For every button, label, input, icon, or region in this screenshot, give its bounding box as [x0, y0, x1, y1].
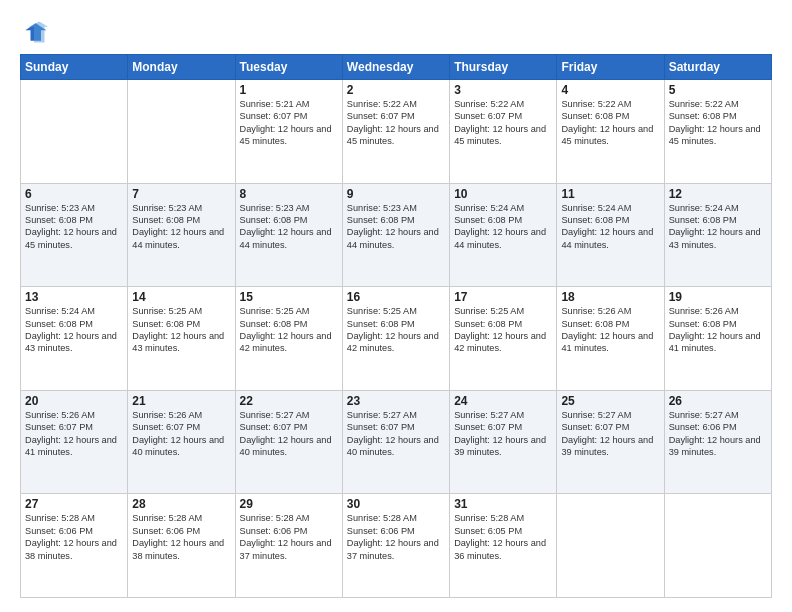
calendar-cell: 26Sunrise: 5:27 AM Sunset: 6:06 PM Dayli… — [664, 390, 771, 494]
day-number: 23 — [347, 394, 445, 408]
day-info: Sunrise: 5:22 AM Sunset: 6:08 PM Dayligh… — [669, 98, 767, 148]
calendar-cell: 9Sunrise: 5:23 AM Sunset: 6:08 PM Daylig… — [342, 183, 449, 287]
calendar-cell — [21, 80, 128, 184]
day-number: 28 — [132, 497, 230, 511]
day-number: 5 — [669, 83, 767, 97]
day-number: 3 — [454, 83, 552, 97]
day-info: Sunrise: 5:23 AM Sunset: 6:08 PM Dayligh… — [132, 202, 230, 252]
day-info: Sunrise: 5:27 AM Sunset: 6:07 PM Dayligh… — [240, 409, 338, 459]
day-info: Sunrise: 5:24 AM Sunset: 6:08 PM Dayligh… — [25, 305, 123, 355]
day-info: Sunrise: 5:28 AM Sunset: 6:06 PM Dayligh… — [347, 512, 445, 562]
calendar-cell: 11Sunrise: 5:24 AM Sunset: 6:08 PM Dayli… — [557, 183, 664, 287]
calendar-cell: 13Sunrise: 5:24 AM Sunset: 6:08 PM Dayli… — [21, 287, 128, 391]
day-info: Sunrise: 5:26 AM Sunset: 6:07 PM Dayligh… — [132, 409, 230, 459]
col-header-friday: Friday — [557, 55, 664, 80]
day-info: Sunrise: 5:24 AM Sunset: 6:08 PM Dayligh… — [669, 202, 767, 252]
day-info: Sunrise: 5:27 AM Sunset: 6:06 PM Dayligh… — [669, 409, 767, 459]
calendar-cell — [557, 494, 664, 598]
col-header-tuesday: Tuesday — [235, 55, 342, 80]
day-number: 4 — [561, 83, 659, 97]
day-info: Sunrise: 5:27 AM Sunset: 6:07 PM Dayligh… — [454, 409, 552, 459]
calendar-cell: 31Sunrise: 5:28 AM Sunset: 6:05 PM Dayli… — [450, 494, 557, 598]
calendar-cell: 20Sunrise: 5:26 AM Sunset: 6:07 PM Dayli… — [21, 390, 128, 494]
day-info: Sunrise: 5:26 AM Sunset: 6:08 PM Dayligh… — [669, 305, 767, 355]
calendar-table: SundayMondayTuesdayWednesdayThursdayFrid… — [20, 54, 772, 598]
day-info: Sunrise: 5:25 AM Sunset: 6:08 PM Dayligh… — [454, 305, 552, 355]
day-number: 21 — [132, 394, 230, 408]
logo-icon — [20, 18, 48, 46]
col-header-saturday: Saturday — [664, 55, 771, 80]
calendar-cell: 12Sunrise: 5:24 AM Sunset: 6:08 PM Dayli… — [664, 183, 771, 287]
day-info: Sunrise: 5:23 AM Sunset: 6:08 PM Dayligh… — [25, 202, 123, 252]
col-header-wednesday: Wednesday — [342, 55, 449, 80]
day-number: 9 — [347, 187, 445, 201]
col-header-monday: Monday — [128, 55, 235, 80]
calendar-cell — [664, 494, 771, 598]
calendar-week-row: 27Sunrise: 5:28 AM Sunset: 6:06 PM Dayli… — [21, 494, 772, 598]
day-number: 31 — [454, 497, 552, 511]
day-info: Sunrise: 5:25 AM Sunset: 6:08 PM Dayligh… — [240, 305, 338, 355]
day-info: Sunrise: 5:24 AM Sunset: 6:08 PM Dayligh… — [561, 202, 659, 252]
page-header — [20, 18, 772, 46]
day-number: 1 — [240, 83, 338, 97]
logo — [20, 18, 52, 46]
day-number: 27 — [25, 497, 123, 511]
day-number: 30 — [347, 497, 445, 511]
day-number: 19 — [669, 290, 767, 304]
calendar-cell: 14Sunrise: 5:25 AM Sunset: 6:08 PM Dayli… — [128, 287, 235, 391]
calendar-cell: 7Sunrise: 5:23 AM Sunset: 6:08 PM Daylig… — [128, 183, 235, 287]
day-info: Sunrise: 5:25 AM Sunset: 6:08 PM Dayligh… — [347, 305, 445, 355]
calendar-cell: 21Sunrise: 5:26 AM Sunset: 6:07 PM Dayli… — [128, 390, 235, 494]
calendar-cell: 5Sunrise: 5:22 AM Sunset: 6:08 PM Daylig… — [664, 80, 771, 184]
calendar-cell: 27Sunrise: 5:28 AM Sunset: 6:06 PM Dayli… — [21, 494, 128, 598]
day-number: 14 — [132, 290, 230, 304]
calendar-cell: 2Sunrise: 5:22 AM Sunset: 6:07 PM Daylig… — [342, 80, 449, 184]
day-info: Sunrise: 5:27 AM Sunset: 6:07 PM Dayligh… — [561, 409, 659, 459]
calendar-cell: 23Sunrise: 5:27 AM Sunset: 6:07 PM Dayli… — [342, 390, 449, 494]
day-number: 17 — [454, 290, 552, 304]
calendar-week-row: 13Sunrise: 5:24 AM Sunset: 6:08 PM Dayli… — [21, 287, 772, 391]
day-number: 6 — [25, 187, 123, 201]
calendar-cell: 15Sunrise: 5:25 AM Sunset: 6:08 PM Dayli… — [235, 287, 342, 391]
calendar-cell: 22Sunrise: 5:27 AM Sunset: 6:07 PM Dayli… — [235, 390, 342, 494]
col-header-thursday: Thursday — [450, 55, 557, 80]
day-info: Sunrise: 5:26 AM Sunset: 6:07 PM Dayligh… — [25, 409, 123, 459]
day-info: Sunrise: 5:28 AM Sunset: 6:05 PM Dayligh… — [454, 512, 552, 562]
col-header-sunday: Sunday — [21, 55, 128, 80]
calendar-cell: 25Sunrise: 5:27 AM Sunset: 6:07 PM Dayli… — [557, 390, 664, 494]
day-info: Sunrise: 5:28 AM Sunset: 6:06 PM Dayligh… — [132, 512, 230, 562]
day-number: 10 — [454, 187, 552, 201]
day-info: Sunrise: 5:23 AM Sunset: 6:08 PM Dayligh… — [347, 202, 445, 252]
calendar-cell: 30Sunrise: 5:28 AM Sunset: 6:06 PM Dayli… — [342, 494, 449, 598]
day-info: Sunrise: 5:22 AM Sunset: 6:07 PM Dayligh… — [347, 98, 445, 148]
calendar-header-row: SundayMondayTuesdayWednesdayThursdayFrid… — [21, 55, 772, 80]
day-number: 18 — [561, 290, 659, 304]
day-info: Sunrise: 5:24 AM Sunset: 6:08 PM Dayligh… — [454, 202, 552, 252]
day-number: 20 — [25, 394, 123, 408]
calendar-cell: 3Sunrise: 5:22 AM Sunset: 6:07 PM Daylig… — [450, 80, 557, 184]
calendar-cell: 1Sunrise: 5:21 AM Sunset: 6:07 PM Daylig… — [235, 80, 342, 184]
day-info: Sunrise: 5:22 AM Sunset: 6:07 PM Dayligh… — [454, 98, 552, 148]
day-info: Sunrise: 5:28 AM Sunset: 6:06 PM Dayligh… — [25, 512, 123, 562]
day-number: 22 — [240, 394, 338, 408]
day-number: 26 — [669, 394, 767, 408]
calendar-week-row: 1Sunrise: 5:21 AM Sunset: 6:07 PM Daylig… — [21, 80, 772, 184]
day-number: 13 — [25, 290, 123, 304]
calendar-page: SundayMondayTuesdayWednesdayThursdayFrid… — [0, 0, 792, 612]
day-number: 7 — [132, 187, 230, 201]
calendar-cell: 24Sunrise: 5:27 AM Sunset: 6:07 PM Dayli… — [450, 390, 557, 494]
day-number: 25 — [561, 394, 659, 408]
calendar-cell: 17Sunrise: 5:25 AM Sunset: 6:08 PM Dayli… — [450, 287, 557, 391]
calendar-cell: 19Sunrise: 5:26 AM Sunset: 6:08 PM Dayli… — [664, 287, 771, 391]
day-info: Sunrise: 5:23 AM Sunset: 6:08 PM Dayligh… — [240, 202, 338, 252]
calendar-cell: 8Sunrise: 5:23 AM Sunset: 6:08 PM Daylig… — [235, 183, 342, 287]
calendar-week-row: 20Sunrise: 5:26 AM Sunset: 6:07 PM Dayli… — [21, 390, 772, 494]
calendar-cell: 16Sunrise: 5:25 AM Sunset: 6:08 PM Dayli… — [342, 287, 449, 391]
day-info: Sunrise: 5:21 AM Sunset: 6:07 PM Dayligh… — [240, 98, 338, 148]
day-info: Sunrise: 5:22 AM Sunset: 6:08 PM Dayligh… — [561, 98, 659, 148]
day-number: 8 — [240, 187, 338, 201]
calendar-week-row: 6Sunrise: 5:23 AM Sunset: 6:08 PM Daylig… — [21, 183, 772, 287]
calendar-cell — [128, 80, 235, 184]
day-number: 16 — [347, 290, 445, 304]
calendar-cell: 28Sunrise: 5:28 AM Sunset: 6:06 PM Dayli… — [128, 494, 235, 598]
